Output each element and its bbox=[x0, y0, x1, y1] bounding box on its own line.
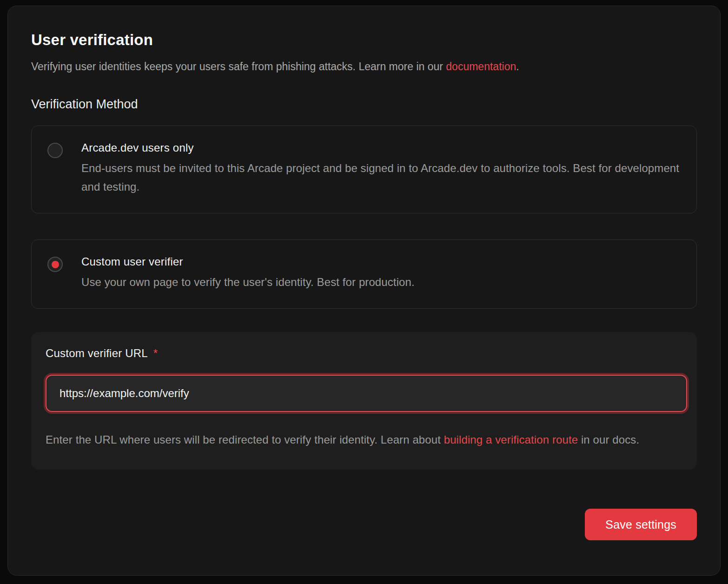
building-verification-route-link[interactable]: building a verification route bbox=[444, 433, 578, 446]
user-verification-panel: User verification Verifying user identit… bbox=[7, 6, 721, 576]
required-asterisk: * bbox=[153, 347, 158, 359]
radio-arcade-users-only[interactable] bbox=[47, 143, 63, 158]
intro-text-after: . bbox=[516, 60, 519, 73]
page-title: User verification bbox=[31, 31, 697, 49]
option-arcade-users-only[interactable]: Arcade.dev users only End-users must be … bbox=[31, 126, 697, 213]
custom-verifier-url-input[interactable] bbox=[46, 375, 687, 412]
option-description: Use your own page to verify the user's i… bbox=[81, 273, 415, 292]
option-custom-user-verifier[interactable]: Custom user verifier Use your own page t… bbox=[31, 239, 697, 309]
radio-custom-user-verifier[interactable] bbox=[47, 257, 63, 272]
option-label: Arcade.dev users only bbox=[81, 141, 680, 154]
custom-verifier-url-section: Custom verifier URL* Enter the URL where… bbox=[31, 332, 697, 470]
custom-verifier-url-label-row: Custom verifier URL* bbox=[46, 347, 682, 360]
documentation-link[interactable]: documentation bbox=[446, 60, 516, 73]
option-content: Custom user verifier Use your own page t… bbox=[81, 255, 415, 292]
helper-text-after: in our docs. bbox=[578, 433, 639, 446]
option-description: End-users must be invited to this Arcade… bbox=[81, 159, 680, 196]
custom-verifier-url-label: Custom verifier URL bbox=[46, 347, 148, 359]
helper-text-before: Enter the URL where users will be redire… bbox=[46, 433, 444, 446]
verification-method-heading: Verification Method bbox=[31, 97, 697, 112]
option-content: Arcade.dev users only End-users must be … bbox=[81, 141, 680, 196]
url-helper-text: Enter the URL where users will be redire… bbox=[46, 431, 682, 449]
option-label: Custom user verifier bbox=[81, 255, 415, 268]
intro-text: Verifying user identities keeps your use… bbox=[31, 59, 697, 74]
intro-text-before: Verifying user identities keeps your use… bbox=[31, 60, 446, 73]
actions-row: Save settings bbox=[31, 509, 697, 540]
save-settings-button[interactable]: Save settings bbox=[585, 509, 697, 540]
